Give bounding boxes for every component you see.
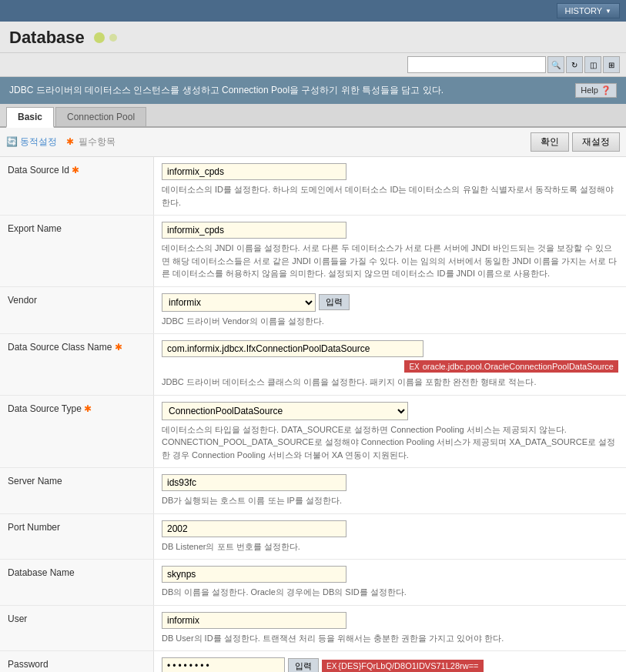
password-input[interactable] xyxy=(162,657,285,672)
required-asterisk-2: ✱ xyxy=(115,342,122,353)
history-label: HISTORY xyxy=(565,6,603,15)
server-name-row: Server Name DB가 실행되는 호스트 이름 또는 IP를 설정한다. xyxy=(0,468,626,514)
data-source-id-input[interactable] xyxy=(162,163,346,180)
vendor-field: informix 입력 JDBC 드라이버 Vendor의 이름을 설정한다. xyxy=(154,287,626,334)
user-row: User DB User의 ID를 설정한다. 트랜잭션 처리 등을 위해서는 … xyxy=(0,606,626,652)
database-name-input[interactable] xyxy=(162,566,346,583)
reset-button[interactable]: 재설정 xyxy=(572,132,620,152)
server-name-desc: DB가 실행되는 호스트 이름 또는 IP를 설정한다. xyxy=(162,494,618,507)
vendor-label: Vendor xyxy=(0,287,154,334)
data-source-type-row: Data Source Type ✱ ConnectionPoolDataSou… xyxy=(0,396,626,469)
help-button[interactable]: Help ❓ xyxy=(575,83,617,98)
encrypted-ex-icon: EX xyxy=(326,662,336,670)
search-button[interactable]: 🔍 xyxy=(547,56,564,73)
server-name-input[interactable] xyxy=(162,474,346,491)
example-icon: EX xyxy=(409,363,419,371)
search-input[interactable] xyxy=(407,56,546,73)
toolbar: 🔍 ↻ ◫ ⊞ xyxy=(0,53,626,77)
dynamic-setting-label: 🔄 동적설정 xyxy=(6,135,57,149)
data-source-class-name-field: EX oracle.jdbc.pool.OracleConnectionPool… xyxy=(154,334,626,395)
help-label: Help xyxy=(581,85,598,95)
data-source-type-select[interactable]: ConnectionPoolDataSource xyxy=(162,402,408,420)
database-name-row: Database Name DB의 이름을 설정한다. Oracle의 경우에는… xyxy=(0,560,626,606)
required-asterisk-3: ✱ xyxy=(84,403,92,414)
port-number-field: DB Listener의 포트 번호를 설정한다. xyxy=(154,514,626,560)
data-source-id-desc: 데이터소스의 ID를 설정한다. 하나의 도메인에서 데이터소스 ID는 데이터… xyxy=(162,183,618,209)
asterisk-icon: ✱ xyxy=(66,136,76,147)
form-actions: 확인 재설정 xyxy=(531,132,620,152)
form-header-left: 🔄 동적설정 ✱ 필수항목 xyxy=(6,135,115,149)
history-button[interactable]: HISTORY ▼ xyxy=(557,3,620,18)
database-name-field: DB의 이름을 설정한다. Oracle의 경우에는 DB의 SID를 설정한다… xyxy=(154,560,626,605)
info-message: JDBC 드라이버의 데이터소스 인스턴스를 생성하고 Connection P… xyxy=(9,84,444,97)
page-title: Database xyxy=(9,28,85,48)
user-field: DB User의 ID를 설정한다. 트랜잭션 처리 등을 위해서는 충분한 권… xyxy=(154,606,626,651)
header-dot1 xyxy=(94,32,105,43)
password-field: 입력 EX {DES}FQrLbQ/D8O1IDVS71L28rw== DB U… xyxy=(154,651,626,672)
export-name-input[interactable] xyxy=(162,222,346,239)
class-name-input[interactable] xyxy=(162,340,423,357)
port-number-input[interactable] xyxy=(162,520,346,537)
server-name-label: Server Name xyxy=(0,468,154,513)
data-source-type-field: ConnectionPoolDataSource 데이터소스의 타입을 설정한다… xyxy=(154,396,626,468)
encrypted-value-box: EX {DES}FQrLbQ/D8O1IDVS71L28rw== xyxy=(322,660,484,672)
vendor-input-button[interactable]: 입력 xyxy=(319,294,350,310)
vendor-desc: JDBC 드라이버 Vendor의 이름을 설정한다. xyxy=(162,315,618,328)
help-icon: ❓ xyxy=(601,85,611,95)
password-controls: 입력 EX {DES}FQrLbQ/D8O1IDVS71L28rw== xyxy=(162,657,618,672)
top-bar: HISTORY ▼ xyxy=(0,0,626,22)
tab-bar: Basic Connection Pool xyxy=(0,104,626,128)
header-dot2 xyxy=(109,34,117,42)
form-content: Data Source Id ✱ 데이터소스의 ID를 설정한다. 하나의 도메… xyxy=(0,157,626,672)
password-input-button[interactable]: 입력 xyxy=(288,658,319,673)
export-name-desc: 데이터소스의 JNDI 이름을 설정한다. 서로 다른 두 데이터소스가 서로 … xyxy=(162,242,618,280)
user-input[interactable] xyxy=(162,612,346,629)
data-source-class-name-row: Data Source Class Name ✱ EX oracle.jdbc.… xyxy=(0,334,626,396)
required-asterisk: ✱ xyxy=(72,165,79,176)
dynamic-icon: 🔄 xyxy=(6,136,20,147)
export-name-label: Export Name xyxy=(0,216,154,286)
class-name-desc: JDBC 드라이버 데이터소스 클래스의 이름을 설정한다. 패키지 이름을 포… xyxy=(162,376,618,389)
tool-button-1[interactable]: ◫ xyxy=(584,56,601,73)
user-label: User xyxy=(0,606,154,651)
tab-basic[interactable]: Basic xyxy=(6,107,54,128)
user-desc: DB User의 ID를 설정한다. 트랜잭션 처리 등을 위해서는 충분한 권… xyxy=(162,632,618,645)
data-source-type-desc: 데이터소스의 타입을 설정한다. DATA_SOURCE로 설정하면 Conne… xyxy=(162,423,618,462)
refresh-button[interactable]: ↻ xyxy=(566,56,583,73)
port-number-desc: DB Listener의 포트 번호를 설정한다. xyxy=(162,540,618,553)
data-source-id-row: Data Source Id ✱ 데이터소스의 ID를 설정한다. 하나의 도메… xyxy=(0,157,626,216)
port-number-label: Port Number xyxy=(0,514,154,560)
server-name-field: DB가 실행되는 호스트 이름 또는 IP를 설정한다. xyxy=(154,468,626,513)
data-source-id-field: 데이터소스의 ID를 설정한다. 하나의 도메인에서 데이터소스 ID는 데이터… xyxy=(154,157,626,215)
password-label: Password xyxy=(0,651,154,672)
password-row: Password 입력 EX {DES}FQrLbQ/D8O1IDVS71L28… xyxy=(0,651,626,672)
export-name-row: Export Name 데이터소스의 JNDI 이름을 설정한다. 서로 다른 … xyxy=(0,216,626,287)
info-bar: JDBC 드라이버의 데이터소스 인스턴스를 생성하고 Connection P… xyxy=(0,77,626,104)
vendor-select[interactable]: informix xyxy=(162,293,316,312)
port-number-row: Port Number DB Listener의 포트 번호를 설정한다. xyxy=(0,514,626,560)
required-label: ✱ 필수항목 xyxy=(66,135,115,149)
database-name-label: Database Name xyxy=(0,560,154,605)
data-source-id-label: Data Source Id ✱ xyxy=(0,157,154,215)
tool-button-2[interactable]: ⊞ xyxy=(603,56,620,73)
tab-connection-pool[interactable]: Connection Pool xyxy=(55,107,146,126)
data-source-class-name-label: Data Source Class Name ✱ xyxy=(0,334,154,395)
confirm-button[interactable]: 확인 xyxy=(531,132,569,152)
data-source-type-label: Data Source Type ✱ xyxy=(0,396,154,468)
history-arrow-icon: ▼ xyxy=(605,8,611,15)
vendor-row: Vendor informix 입력 JDBC 드라이버 Vendor의 이름을… xyxy=(0,287,626,335)
class-name-controls: EX oracle.jdbc.pool.OracleConnectionPool… xyxy=(162,340,618,373)
database-name-desc: DB의 이름을 설정한다. Oracle의 경우에는 DB의 SID를 설정한다… xyxy=(162,586,618,599)
vendor-controls: informix 입력 xyxy=(162,293,618,312)
class-name-suggestion: EX oracle.jdbc.pool.OracleConnectionPool… xyxy=(404,360,618,373)
page-header: Database xyxy=(0,22,626,53)
form-header: 🔄 동적설정 ✱ 필수항목 확인 재설정 xyxy=(0,128,626,157)
export-name-field: 데이터소스의 JNDI 이름을 설정한다. 서로 다른 두 데이터소스가 서로 … xyxy=(154,216,626,286)
